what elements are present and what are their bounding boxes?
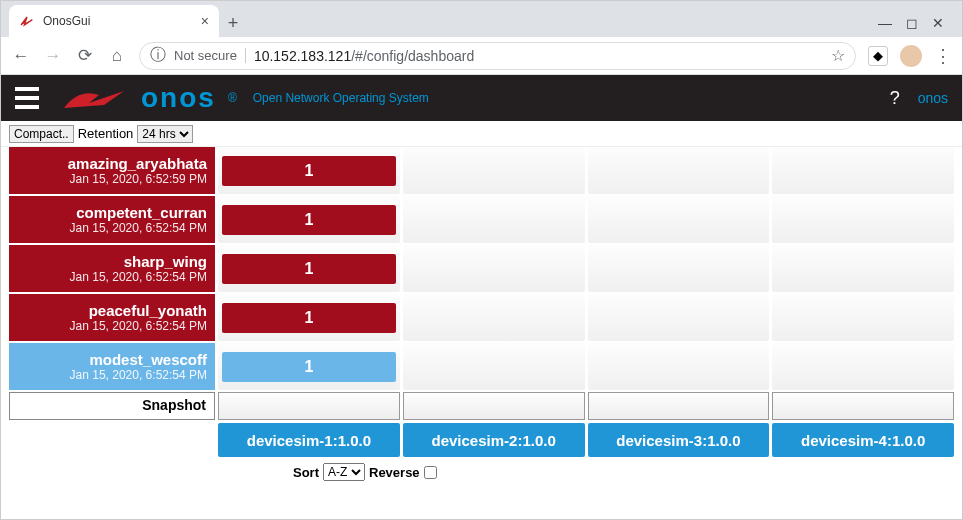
config-row: peaceful_yonathJan 15, 2020, 6:52:54 PM1 [9,294,954,341]
security-label: Not secure [174,48,246,63]
onos-favicon [19,13,35,29]
grid-cell[interactable] [588,294,770,341]
row-label[interactable]: amazing_aryabhataJan 15, 2020, 6:52:59 P… [9,147,215,194]
sort-controls: Sort A-Z Reverse [9,457,954,481]
url-text: 10.152.183.121/#/config/dashboard [254,48,474,64]
forward-button[interactable]: → [43,46,63,66]
grid-cell[interactable] [403,245,585,292]
window-controls: — ◻ ✕ [878,15,954,37]
user-label[interactable]: onos [918,90,948,106]
help-icon[interactable]: ? [890,88,900,109]
grid-cell[interactable] [403,147,585,194]
back-button[interactable]: ← [11,46,31,66]
grid-cell[interactable]: 1 [218,343,400,390]
grid-cell[interactable] [772,245,954,292]
close-window-icon[interactable]: ✕ [932,15,944,31]
config-grid: amazing_aryabhataJan 15, 2020, 6:52:59 P… [1,147,962,481]
onos-bird-icon [59,83,129,113]
row-label[interactable]: modest_wescoffJan 15, 2020, 6:52:54 PM [9,343,215,390]
grid-cell[interactable] [403,196,585,243]
row-label[interactable]: sharp_wingJan 15, 2020, 6:52:54 PM [9,245,215,292]
snapshot-cell[interactable] [772,392,954,420]
bookmark-icon[interactable]: ☆ [831,46,845,65]
toolbar: Compact.. Retention 24 hrs [1,121,962,147]
config-block[interactable]: 1 [222,205,396,235]
maximize-icon[interactable]: ◻ [906,15,918,31]
grid-cell[interactable] [772,294,954,341]
grid-cell[interactable]: 1 [218,196,400,243]
menu-icon[interactable] [15,87,39,109]
profile-avatar[interactable] [900,45,922,67]
browser-tab[interactable]: OnosGui × [9,5,219,37]
config-block[interactable]: 1 [222,156,396,186]
retention-label: Retention [78,126,134,141]
home-button[interactable]: ⌂ [107,46,127,66]
reload-button[interactable]: ⟳ [75,45,95,66]
config-row: amazing_aryabhataJan 15, 2020, 6:52:59 P… [9,147,954,194]
row-time: Jan 15, 2020, 6:52:54 PM [17,319,207,333]
row-name: amazing_aryabhata [17,155,207,172]
browser-tab-bar: OnosGui × + — ◻ ✕ [1,1,962,37]
grid-cell[interactable] [588,147,770,194]
tab-close-icon[interactable]: × [201,13,209,29]
onos-tagline: Open Network Operating System [253,91,429,105]
reverse-label: Reverse [369,465,420,480]
device-row: devicesim-1:1.0.0 devicesim-2:1.0.0 devi… [9,423,954,457]
device-cell[interactable]: devicesim-3:1.0.0 [588,423,770,457]
snapshot-cell[interactable] [403,392,585,420]
onos-logo: onos [141,82,216,114]
sort-label: Sort [293,465,319,480]
config-row: modest_wescoffJan 15, 2020, 6:52:54 PM1 [9,343,954,390]
grid-cell[interactable] [588,196,770,243]
grid-cell[interactable] [588,343,770,390]
grid-cell[interactable] [588,245,770,292]
row-name: competent_curran [17,204,207,221]
config-row: competent_curranJan 15, 2020, 6:52:54 PM… [9,196,954,243]
row-label[interactable]: competent_curranJan 15, 2020, 6:52:54 PM [9,196,215,243]
new-tab-button[interactable]: + [219,9,247,37]
url-input[interactable]: ⓘ Not secure 10.152.183.121/#/config/das… [139,42,856,70]
config-block[interactable]: 1 [222,254,396,284]
config-block[interactable]: 1 [222,303,396,333]
sort-select[interactable]: A-Z [323,463,365,481]
grid-cell[interactable] [772,196,954,243]
row-time: Jan 15, 2020, 6:52:54 PM [17,270,207,284]
snapshot-cell[interactable] [218,392,400,420]
grid-cell[interactable]: 1 [218,294,400,341]
row-time: Jan 15, 2020, 6:52:54 PM [17,368,207,382]
minimize-icon[interactable]: — [878,15,892,31]
address-bar: ← → ⟳ ⌂ ⓘ Not secure 10.152.183.121/#/co… [1,37,962,75]
config-row: sharp_wingJan 15, 2020, 6:52:54 PM1 [9,245,954,292]
grid-cell[interactable]: 1 [218,245,400,292]
device-cell[interactable]: devicesim-2:1.0.0 [403,423,585,457]
snapshot-row: Snapshot [9,392,954,420]
row-label[interactable]: peaceful_yonathJan 15, 2020, 6:52:54 PM [9,294,215,341]
row-name: modest_wescoff [17,351,207,368]
snapshot-cell[interactable] [588,392,770,420]
grid-cell[interactable]: 1 [218,147,400,194]
row-time: Jan 15, 2020, 6:52:59 PM [17,172,207,186]
row-name: peaceful_yonath [17,302,207,319]
grid-cell[interactable] [403,294,585,341]
snapshot-label: Snapshot [9,392,215,420]
grid-cell[interactable] [403,343,585,390]
grid-cell[interactable] [772,343,954,390]
row-time: Jan 15, 2020, 6:52:54 PM [17,221,207,235]
grid-cell[interactable] [772,147,954,194]
retention-select[interactable]: 24 hrs [137,125,193,143]
app-header: onos ® Open Network Operating System ? o… [1,75,962,121]
row-name: sharp_wing [17,253,207,270]
extension-icon[interactable]: ◆ [868,46,888,66]
spacer [9,423,215,457]
config-block[interactable]: 1 [222,352,396,382]
reverse-checkbox[interactable] [424,466,437,479]
site-info-icon[interactable]: ⓘ [150,45,166,66]
device-cell[interactable]: devicesim-4:1.0.0 [772,423,954,457]
browser-menu-icon[interactable]: ⋮ [934,45,952,67]
compact-button[interactable]: Compact.. [9,125,74,143]
device-cell[interactable]: devicesim-1:1.0.0 [218,423,400,457]
tab-title: OnosGui [43,14,193,28]
